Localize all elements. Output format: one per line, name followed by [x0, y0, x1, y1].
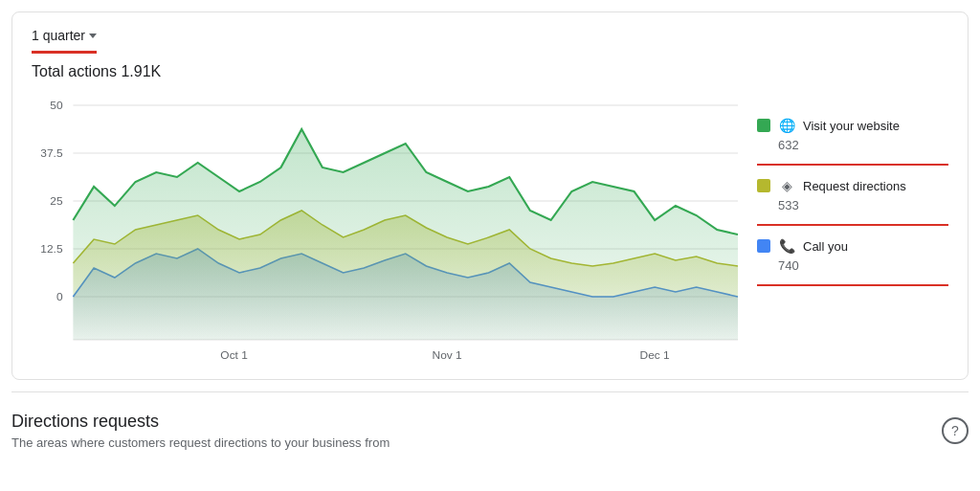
- chart-svg: 50 37.5 25 12.5 0 Oct 1 Nov 1 Dec 1: [32, 96, 738, 364]
- dropdown-icon: [89, 33, 97, 38]
- legend-item-calls[interactable]: 📞 Call you 740: [757, 226, 948, 286]
- directions-requests-section: Directions requests The areas where cust…: [11, 412, 390, 450]
- svg-text:Oct 1: Oct 1: [220, 349, 248, 360]
- svg-text:37.5: 37.5: [40, 147, 62, 158]
- period-selector[interactable]: 1 quarter: [32, 28, 97, 54]
- svg-text:0: 0: [56, 291, 63, 301]
- legend-item-directions[interactable]: ◈ Request directions 533: [757, 166, 948, 226]
- calls-legend-value: 740: [778, 258, 948, 273]
- calls-legend-title: Call you: [803, 239, 848, 254]
- chart-container: 50 37.5 25 12.5 0 Oct 1 Nov 1 Dec 1: [32, 96, 738, 364]
- actions-card: 1 quarter Total actions 1.91K: [11, 11, 969, 380]
- website-color-box: [757, 119, 770, 132]
- phone-icon: 📞: [778, 237, 795, 255]
- legend-item-website[interactable]: 🌐 Visit your website 632: [757, 105, 948, 166]
- directions-legend-value: 533: [778, 198, 948, 212]
- svg-text:12.5: 12.5: [40, 243, 62, 254]
- svg-text:25: 25: [50, 195, 62, 206]
- help-icon[interactable]: ?: [942, 417, 969, 444]
- directions-color-box: [757, 179, 770, 192]
- directions-legend-title: Request directions: [803, 179, 906, 193]
- bottom-section: Directions requests The areas where cust…: [11, 392, 969, 465]
- website-legend-title: Visit your website: [803, 119, 900, 133]
- legend: 🌐 Visit your website 632 ◈ Request direc…: [757, 96, 948, 286]
- directions-icon: ◈: [778, 177, 795, 194]
- directions-requests-subtitle: The areas where customers request direct…: [11, 435, 390, 450]
- website-legend-value: 632: [778, 138, 948, 152]
- svg-text:Nov 1: Nov 1: [433, 349, 462, 360]
- calls-color-box: [757, 239, 770, 253]
- svg-text:Dec 1: Dec 1: [640, 349, 670, 360]
- period-label: 1 quarter: [32, 28, 85, 43]
- globe-icon: 🌐: [778, 117, 795, 134]
- directions-requests-title: Directions requests: [11, 412, 390, 432]
- total-actions-label: Total actions 1.91K: [32, 63, 948, 80]
- chart-section: 50 37.5 25 12.5 0 Oct 1 Nov 1 Dec 1: [32, 96, 948, 364]
- svg-text:50: 50: [50, 100, 62, 110]
